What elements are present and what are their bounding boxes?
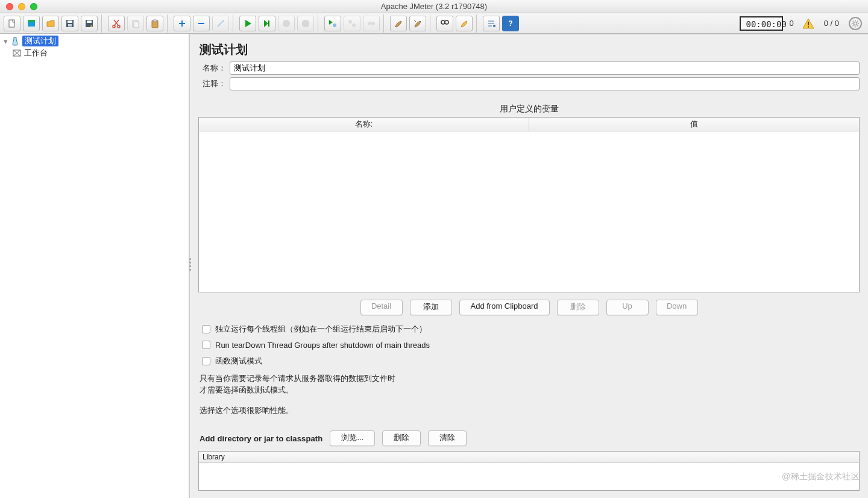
svg-point-17 [348,20,352,24]
toolbar-group-help: ? [479,14,523,33]
svg-point-19 [368,22,371,25]
warning-icon[interactable] [802,17,814,30]
add-node-button[interactable] [174,16,190,31]
user-vars-title: 用户定义的变量 [198,104,860,115]
window-minimize-button[interactable] [18,3,25,10]
window-title: Apache JMeter (3.2 r1790748) [0,2,868,11]
help-line-2: 才需要选择函数测试模式。 [200,384,860,396]
comment-label: 注释： [198,78,226,89]
clear-all-button[interactable] [409,16,426,31]
test-plan-tree[interactable]: ▾ 测试计划 工作台 [0,34,189,498]
svg-point-27 [854,22,857,25]
delete-button[interactable]: 删除 [557,300,599,315]
shutdown-button[interactable] [297,16,314,31]
save-as-button[interactable] [81,16,98,31]
splitter-handle[interactable] [189,258,191,282]
save-button[interactable] [61,16,78,31]
up-button[interactable]: Up [606,300,649,315]
search-button[interactable] [436,16,453,31]
help-button[interactable]: ? [502,16,519,31]
copy-button[interactable] [127,16,144,31]
svg-rect-13 [153,20,157,22]
serial-threadgroups-row: 独立运行每个线程组（例如在一个组运行结束后启动下一个） [202,324,860,335]
status-gear-icon[interactable] [849,17,862,30]
remote-start-all-button[interactable] [344,16,360,31]
user-vars-table[interactable]: 名称: 值 [198,117,860,292]
open-button[interactable] [42,16,59,31]
functional-mode-label: 函数测试模式 [215,356,262,367]
classpath-delete-button[interactable]: 删除 [382,430,421,446]
templates-button[interactable] [23,16,40,31]
svg-point-16 [333,24,336,27]
svg-rect-25 [808,22,809,25]
cut-button[interactable] [108,16,125,31]
comment-field-row: 注释： [198,77,860,90]
clear-button[interactable] [390,16,407,31]
vars-header-value[interactable]: 值 [529,118,859,131]
library-header[interactable]: Library [199,452,859,463]
svg-rect-5 [68,24,72,27]
user-vars-header: 名称: 值 [199,118,859,131]
classpath-row: Add directory or jar to classpath 浏览... … [200,430,860,446]
down-button[interactable]: Down [656,300,698,315]
tree-item-label: 工作台 [24,48,48,58]
library-panel[interactable]: Library [198,451,860,491]
toolbar-group-clear [386,14,430,33]
remote-stop-button[interactable] [363,16,380,31]
svg-point-9 [118,25,120,28]
svg-rect-0 [9,20,14,27]
tree-item-workbench[interactable]: 工作台 [11,47,186,59]
functional-mode-row: 函数测试模式 [202,356,860,367]
workbench-icon [12,48,22,58]
svg-rect-4 [68,20,72,23]
svg-text:?: ? [508,19,512,28]
name-input[interactable] [230,61,860,75]
svg-point-21 [441,20,445,24]
svg-point-20 [371,22,375,25]
reset-search-button[interactable] [456,16,473,31]
paste-button[interactable] [146,16,163,31]
toolbar-group-remote [321,14,384,33]
tree-item-test-plan[interactable]: ▾ 测试计划 [2,35,186,47]
expand-tree-button[interactable] [212,16,229,31]
new-file-button[interactable] [4,16,20,31]
add-from-clipboard-button[interactable]: Add from Clipboard [459,300,550,315]
main-panel: 测试计划 名称： 注释： 用户定义的变量 名称: 值 Detail 添加 Add… [189,34,868,498]
teardown-checkbox[interactable] [202,341,210,349]
svg-point-23 [493,25,495,27]
svg-rect-1 [28,21,35,27]
stop-button[interactable] [278,16,295,31]
functional-mode-checkbox[interactable] [202,357,210,365]
classpath-label: Add directory or jar to classpath [200,434,322,443]
serial-threadgroups-checkbox[interactable] [202,325,210,333]
remove-node-button[interactable] [193,16,210,31]
toolbar-group-run [236,14,318,33]
name-field-row: 名称： [198,61,860,75]
svg-point-14 [283,20,290,27]
svg-rect-11 [134,22,139,28]
toolbar-group-edit [104,14,168,33]
start-no-pause-button[interactable] [259,16,275,31]
window-traffic-lights [0,3,37,10]
classpath-clear-button[interactable]: 清除 [428,430,467,446]
start-button[interactable] [239,16,256,31]
add-button[interactable]: 添加 [410,300,452,315]
remote-start-button[interactable] [324,16,341,31]
function-helper-button[interactable] [483,16,500,31]
toolbar-group-tree [170,14,233,33]
vars-header-name[interactable]: 名称: [199,118,529,131]
svg-point-8 [113,25,115,28]
test-plan-icon [10,36,20,46]
teardown-label: Run tearDown Thread Groups after shutdow… [215,341,430,350]
detail-button[interactable]: Detail [360,300,403,315]
functional-mode-help: 只有当你需要记录每个请求从服务器取得的数据到文件时 才需要选择函数测试模式。 选… [200,373,860,417]
comment-input[interactable] [230,77,860,90]
toolbar-group-file [4,14,102,33]
serial-threadgroups-label: 独立运行每个线程组（例如在一个组运行结束后启动下一个） [215,324,427,335]
panel-heading: 测试计划 [200,42,860,58]
window-maximize-button[interactable] [30,3,37,10]
expand-toggle-icon[interactable]: ▾ [4,37,8,46]
browse-button[interactable]: 浏览... [330,430,375,446]
window-close-button[interactable] [6,3,13,10]
svg-point-18 [352,24,356,27]
